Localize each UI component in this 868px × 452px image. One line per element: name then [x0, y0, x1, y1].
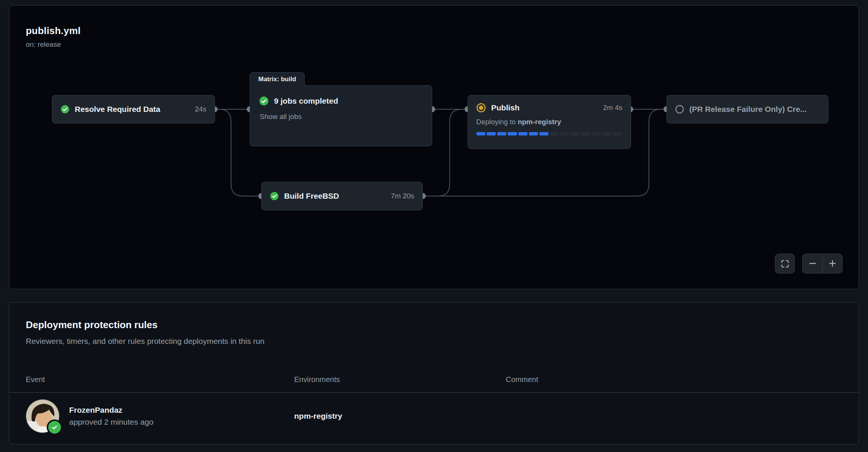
progress-segment — [592, 132, 601, 135]
fullscreen-icon — [780, 259, 790, 269]
progress-segment — [518, 132, 527, 135]
job-node-resolve-required-data[interactable]: Resolve Required Data 24s — [52, 95, 215, 123]
progress-segment — [487, 132, 496, 135]
deploy-target: npm-registry — [518, 118, 561, 126]
job-label: Build FreeBSD — [284, 192, 382, 201]
success-check-icon — [259, 96, 269, 106]
job-duration: 24s — [195, 105, 206, 113]
job-duration: 2m 4s — [603, 104, 622, 112]
matrix-tab-label: Matrix: build — [258, 76, 296, 83]
workflow-graph-panel: publish.yml on: release Resolve Requ — [9, 5, 859, 289]
rules-table-header: Event Environments Comment — [9, 366, 859, 393]
event-text: FrozenPandaz approved 2 minutes ago — [69, 406, 153, 427]
progress-segment — [571, 132, 580, 135]
show-all-jobs-link[interactable]: Show all jobs — [260, 113, 423, 121]
zoom-out-button[interactable] — [803, 254, 822, 273]
column-header-event: Event — [26, 366, 294, 392]
matrix-group-tab: Matrix: build — [250, 72, 305, 86]
job-label: (PR Release Failure Only) Cre... — [689, 105, 820, 114]
plus-icon — [828, 259, 837, 268]
event-cell: FrozenPandaz approved 2 minutes ago — [26, 399, 294, 433]
avatar[interactable] — [26, 399, 59, 433]
zoom-in-button[interactable] — [822, 254, 842, 273]
progress-segment — [603, 132, 612, 135]
progress-segment — [539, 132, 548, 135]
deploy-progress — [476, 132, 622, 135]
minus-icon — [808, 259, 818, 268]
job-label: Publish — [491, 103, 594, 112]
matrix-summary-label: 9 jobs completed — [274, 97, 338, 106]
job-duration: 7m 20s — [391, 192, 414, 200]
progress-segment — [581, 132, 590, 135]
success-check-icon — [270, 192, 279, 201]
rules-subtitle: Reviewers, timers, and other rules prote… — [26, 337, 842, 346]
rules-table: Event Environments Comment — [9, 366, 859, 440]
progress-segment — [497, 132, 506, 135]
zoom-button-group — [802, 254, 843, 274]
graph-controls — [775, 254, 843, 274]
column-header-environments: Environments — [294, 366, 506, 392]
deploy-status-text: Deploying to npm-registry — [476, 118, 561, 126]
user-name-link[interactable]: FrozenPandaz — [69, 406, 153, 415]
success-check-icon — [61, 105, 70, 114]
environment-cell: npm-registry — [294, 412, 506, 421]
fit-view-button[interactable] — [775, 254, 795, 274]
matrix-group-node[interactable]: 9 jobs completed Show all jobs — [250, 85, 432, 146]
progress-segment — [508, 132, 517, 135]
progress-segment — [529, 132, 538, 135]
rules-table-row: FrozenPandaz approved 2 minutes ago npm-… — [9, 393, 859, 440]
job-node-publish[interactable]: Publish 2m 4s Deploying to npm-registry — [468, 95, 631, 149]
progress-segment — [613, 132, 622, 135]
approval-status: approved 2 minutes ago — [69, 418, 153, 427]
job-node-build-freebsd[interactable]: Build FreeBSD 7m 20s — [261, 182, 423, 210]
pending-circle-icon — [675, 105, 684, 114]
deployment-protection-rules-panel: Deployment protection rules Reviewers, t… — [9, 302, 859, 445]
progress-segment — [560, 132, 569, 135]
column-header-comment: Comment — [506, 366, 859, 392]
approved-badge — [47, 419, 62, 435]
rules-title: Deployment protection rules — [26, 319, 842, 331]
job-label: Resolve Required Data — [75, 105, 186, 114]
job-node-pr-release-failure[interactable]: (PR Release Failure Only) Cre... — [667, 95, 828, 123]
in-progress-icon — [476, 103, 486, 113]
workflow-canvas: Resolve Required Data 24s Matrix: build … — [9, 6, 859, 289]
progress-segment — [476, 132, 485, 135]
progress-segment — [550, 132, 559, 135]
workflow-edges — [9, 6, 859, 289]
deploy-prefix: Deploying to — [476, 118, 516, 126]
